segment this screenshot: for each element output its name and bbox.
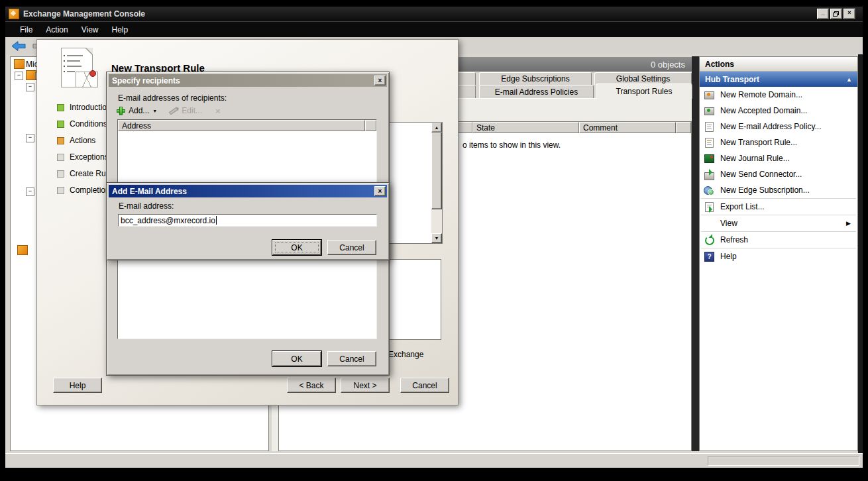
action-help[interactable]: ? Help xyxy=(700,248,857,264)
dialog-title: Add E-Mail Address xyxy=(112,187,187,196)
menu-action[interactable]: Action xyxy=(39,23,74,36)
wizard-step-completion[interactable]: Completion xyxy=(57,186,110,195)
window-title: Exchange Management Console xyxy=(23,9,145,19)
email-address-input[interactable]: bcc_address@mxrecord.io xyxy=(118,214,377,227)
export-list-icon xyxy=(704,201,714,212)
ok-button[interactable]: OK xyxy=(272,240,321,255)
vertical-scrollbar[interactable]: ▲ ▼ xyxy=(431,123,442,243)
action-refresh[interactable]: Refresh xyxy=(700,232,857,248)
microsoft-exchange-icon xyxy=(14,59,25,69)
tab-transport-rules[interactable]: Transport Rules xyxy=(596,83,692,99)
tree-collapse-box[interactable]: − xyxy=(26,187,34,196)
minimize-button[interactable]: _ xyxy=(817,9,829,19)
step-label: Exceptions xyxy=(70,152,109,162)
blank-icon xyxy=(704,218,714,229)
accepted-domain-icon xyxy=(704,105,714,116)
scroll-up-button[interactable]: ▲ xyxy=(431,123,442,133)
wizard-step-create-rule[interactable]: Create Rule xyxy=(57,169,112,178)
cancel-button[interactable]: Cancel xyxy=(327,351,376,366)
action-new-accepted-domain[interactable]: New Accepted Domain... xyxy=(700,103,857,119)
action-new-edge-subscription[interactable]: New Edge Subscription... xyxy=(700,182,857,198)
edit-button[interactable]: Edit... xyxy=(182,106,202,115)
recipients-toolbar: Add... ▼ Edit... × xyxy=(117,104,221,117)
window-right-edge xyxy=(858,54,863,453)
group-title: Hub Transport xyxy=(705,75,759,84)
status-bar-section xyxy=(708,456,859,466)
add-button[interactable]: Add... xyxy=(129,106,149,115)
edge-subscription-icon xyxy=(704,185,714,195)
remote-domain-icon xyxy=(704,89,714,100)
cancel-button[interactable]: Cancel xyxy=(327,240,376,255)
wizard-step-conditions[interactable]: Conditions xyxy=(57,119,107,129)
empty-list-message: o items to show in this view. xyxy=(462,140,561,150)
close-button[interactable]: × xyxy=(843,9,855,19)
action-export-list[interactable]: Export List... xyxy=(700,199,857,215)
tree-node-icon xyxy=(17,245,28,255)
tab-edge-subscriptions[interactable]: Edge Subscriptions xyxy=(479,72,592,85)
wizard-help-button[interactable]: Help xyxy=(53,378,102,393)
wizard-next-button[interactable]: Next > xyxy=(341,378,390,393)
restore-button[interactable] xyxy=(830,9,842,19)
tab-label: Transport Rules xyxy=(616,87,673,96)
actions-panel: Actions Hub Transport ▲ New Remote Domai… xyxy=(699,56,858,451)
column-header-state[interactable]: State xyxy=(472,122,579,133)
tree-collapse-box[interactable]: − xyxy=(15,72,23,80)
step-label: Conditions xyxy=(70,119,107,129)
action-view[interactable]: View ▶ xyxy=(700,215,857,231)
column-header-address[interactable]: Address xyxy=(118,120,365,131)
edit-pencil-icon xyxy=(169,107,178,115)
chevron-up-icon[interactable]: ▲ xyxy=(846,76,852,83)
action-new-transport-rule[interactable]: New Transport Rule... xyxy=(700,134,857,150)
action-label: New Send Connector... xyxy=(720,170,802,179)
panel-splitter xyxy=(692,56,699,451)
step-label: Completion xyxy=(70,186,110,195)
tab-email-address-policies[interactable]: E-mail Address Policies xyxy=(479,85,594,98)
action-new-email-address-policy[interactable]: New E-mail Address Policy... xyxy=(700,119,857,134)
scrollbar-thumb[interactable] xyxy=(431,133,442,209)
actions-panel-title: Actions xyxy=(700,57,857,72)
tab-label: Edge Subscriptions xyxy=(501,74,569,83)
add-dropdown-icon[interactable]: ▼ xyxy=(152,109,157,113)
action-label: New Remote Domain... xyxy=(720,90,802,99)
minimize-icon: _ xyxy=(821,9,824,16)
add-plus-icon xyxy=(117,107,125,115)
email-address-value: bcc_address@mxrecord.io xyxy=(121,216,215,225)
wizard-step-introduction[interactable]: Introduction xyxy=(57,103,111,112)
delete-icon[interactable]: × xyxy=(215,106,221,116)
refresh-icon xyxy=(704,235,714,245)
step-status-icon xyxy=(57,170,64,178)
menu-file[interactable]: File xyxy=(13,23,39,36)
step-status-icon xyxy=(57,104,64,111)
menu-help[interactable]: Help xyxy=(105,23,135,36)
tab-label: E-mail Address Policies xyxy=(495,87,578,97)
menu-view[interactable]: View xyxy=(75,23,105,36)
email-address-policy-icon xyxy=(704,121,714,132)
action-label: Help xyxy=(720,252,737,261)
scroll-up-icon: ▲ xyxy=(435,125,439,130)
close-button[interactable]: × xyxy=(374,76,386,85)
email-address-label: E-mail address: xyxy=(119,201,174,211)
scroll-down-button[interactable]: ▼ xyxy=(431,233,442,243)
step-label: Introduction xyxy=(70,103,111,112)
action-new-journal-rule[interactable]: New Journal Rule... xyxy=(700,150,857,166)
action-label: New Edge Subscription... xyxy=(720,186,810,195)
step-status-icon xyxy=(57,121,64,128)
window-controls: _ × xyxy=(817,9,855,19)
action-label: View xyxy=(720,219,737,228)
action-new-send-connector[interactable]: New Send Connector... xyxy=(700,166,857,182)
tree-collapse-box[interactable]: − xyxy=(26,134,34,142)
tree-collapse-box[interactable]: − xyxy=(26,83,34,91)
wizard-step-actions[interactable]: Actions xyxy=(57,136,95,145)
action-label: Refresh xyxy=(720,235,748,244)
wizard-back-button[interactable]: < Back xyxy=(287,378,336,393)
transport-rule-wizard-icon xyxy=(61,48,99,91)
hub-transport-group-header[interactable]: Hub Transport ▲ xyxy=(700,72,857,87)
ok-button[interactable]: OK xyxy=(272,351,321,366)
wizard-step-exceptions[interactable]: Exceptions xyxy=(57,152,109,162)
back-arrow-icon[interactable] xyxy=(11,40,27,52)
close-button[interactable]: × xyxy=(374,186,386,196)
wizard-cancel-button[interactable]: Cancel xyxy=(400,378,449,393)
action-new-remote-domain[interactable]: New Remote Domain... xyxy=(700,87,857,103)
column-header-comment[interactable]: Comment xyxy=(579,122,676,133)
scroll-down-icon: ▼ xyxy=(435,236,439,240)
